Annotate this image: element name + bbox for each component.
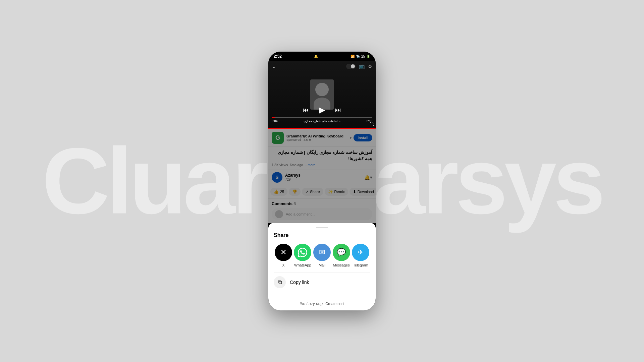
battery-level: 25	[361, 55, 365, 58]
current-time: 0:04	[272, 119, 278, 123]
bottom-ad-text: Create cool	[325, 302, 344, 306]
share-app-x[interactable]: ✕ X	[275, 244, 292, 267]
play-button[interactable]: ▶	[319, 105, 325, 115]
share-app-telegram[interactable]: ✈ Telegram	[352, 244, 369, 267]
battery-icon: 🔋	[366, 55, 370, 58]
copy-link-label: Copy link	[290, 280, 309, 285]
whatsapp-app-icon	[294, 244, 311, 261]
previous-button[interactable]: ⏮	[303, 107, 309, 114]
progress-fill	[272, 117, 275, 118]
next-button[interactable]: ⏭	[335, 107, 341, 114]
status-icons: 📶 📡 25 🔋	[351, 55, 370, 58]
signal-icon: 📶	[351, 55, 355, 58]
progress-track	[272, 117, 372, 118]
content-wrapper: G Grammarly: AI Writing Keyboard Sponsor…	[268, 129, 376, 310]
video-title-inline: استفاده های شماره مجازی ▪	[304, 119, 340, 123]
share-app-whatsapp[interactable]: WhatsApp	[294, 244, 311, 267]
fullscreen-icon[interactable]: ⛶	[370, 122, 374, 127]
telegram-app-label: Telegram	[353, 263, 368, 267]
mail-app-icon: ✉	[313, 244, 331, 261]
copy-link-icon: ⧉	[274, 276, 286, 288]
bottom-ad: the Lazy dog Create cool	[268, 297, 376, 310]
share-title: Share	[274, 232, 370, 238]
share-apps-row: ✕ X WhatsApp ✉ Mail 💬 Messages	[274, 244, 370, 267]
copy-link-row[interactable]: ⧉ Copy link	[274, 273, 370, 292]
share-sheet: Share ✕ X WhatsApp ✉ Mail 💬	[268, 223, 376, 297]
messages-app-icon: 💬	[333, 244, 350, 261]
video-player[interactable]: ⌄ 📺 ⚙ ⏮ ▶ ⏭	[268, 61, 376, 128]
mail-app-label: Mail	[319, 263, 325, 267]
video-controls: ⏮ ▶ ⏭	[268, 105, 376, 115]
bottom-ad-logo: the Lazy dog	[300, 301, 323, 306]
telegram-app-icon: ✈	[352, 244, 369, 261]
messages-app-label: Messages	[333, 263, 350, 267]
share-handle	[316, 227, 328, 228]
phone-frame: 2:52 🔔 📶 📡 25 🔋 ⌄ 📺 ⚙	[268, 52, 376, 310]
wifi-icon: 📡	[356, 55, 360, 58]
video-progress[interactable]: 0:04 استفاده های شماره مجازی ▪ 2:18	[272, 117, 372, 123]
status-bell: 🔔	[314, 55, 318, 58]
progress-time: 0:04 استفاده های شماره مجازی ▪ 2:18	[272, 119, 372, 123]
share-app-mail[interactable]: ✉ Mail	[313, 244, 331, 267]
x-app-label: X	[282, 263, 284, 267]
status-bar: 2:52 🔔 📶 📡 25 🔋	[268, 52, 376, 61]
whatsapp-app-label: WhatsApp	[294, 263, 311, 267]
person-head	[315, 83, 329, 96]
x-app-icon: ✕	[275, 244, 292, 261]
share-app-messages[interactable]: 💬 Messages	[333, 244, 350, 267]
status-time: 2:52	[274, 54, 282, 59]
